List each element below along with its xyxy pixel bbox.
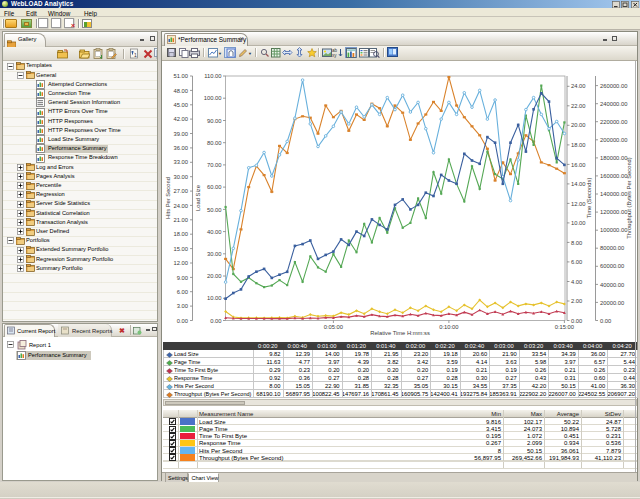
svg-text:260000.00: 260000.00: [600, 83, 627, 89]
svg-text:200000.00: 200000.00: [600, 137, 627, 143]
svg-text:16.00: 16.00: [571, 162, 586, 168]
svg-text:2.00: 2.00: [571, 298, 582, 304]
svg-text:10.00: 10.00: [571, 220, 586, 226]
svg-text:22.00: 22.00: [571, 103, 586, 109]
svg-text:20.00: 20.00: [207, 273, 222, 279]
svg-text:24.00: 24.00: [571, 83, 586, 89]
svg-text:40000.00: 40000.00: [600, 282, 624, 288]
svg-text:50.00: 50.00: [207, 207, 222, 213]
svg-text:12.00: 12.00: [173, 260, 188, 266]
svg-text:80.00: 80.00: [207, 140, 222, 146]
svg-text:42.00: 42.00: [173, 116, 188, 122]
svg-text:45.00: 45.00: [173, 102, 188, 108]
svg-text:0:10:00: 0:10:00: [439, 324, 458, 330]
svg-text:70.00: 70.00: [207, 162, 222, 168]
svg-text:20.00: 20.00: [571, 122, 586, 128]
svg-text:3.00: 3.00: [177, 303, 188, 309]
svg-text:18.00: 18.00: [571, 142, 586, 148]
svg-text:14.00: 14.00: [571, 181, 586, 187]
svg-text:8.00: 8.00: [571, 240, 582, 246]
svg-text:110.00: 110.00: [204, 73, 221, 79]
svg-text:40.00: 40.00: [207, 229, 222, 235]
svg-text:30.00: 30.00: [207, 251, 222, 257]
svg-text:39.00: 39.00: [173, 131, 188, 137]
svg-text:0:05:00: 0:05:00: [324, 324, 343, 330]
svg-text:220000.00: 220000.00: [600, 119, 627, 125]
svg-text:100.00: 100.00: [204, 95, 222, 101]
svg-text:Relative Time H:mm:ss: Relative Time H:mm:ss: [370, 330, 430, 336]
svg-text:0.00: 0.00: [177, 318, 188, 324]
svg-text:4.00: 4.00: [571, 279, 582, 285]
svg-text:33.00: 33.00: [173, 159, 188, 165]
svg-text:120000.00: 120000.00: [600, 209, 627, 215]
svg-text:60000.00: 60000.00: [600, 263, 624, 269]
svg-text:Load Size: Load Size: [195, 185, 201, 211]
svg-text:36.00: 36.00: [173, 145, 188, 151]
svg-text:240000.00: 240000.00: [600, 101, 627, 107]
svg-text:30.00: 30.00: [173, 174, 188, 180]
svg-text:0.00: 0.00: [571, 318, 582, 324]
svg-text:15.00: 15.00: [173, 246, 188, 252]
svg-text:xy: xy: [332, 53, 337, 58]
svg-text:Time (Seconds): Time (Seconds): [586, 178, 592, 219]
svg-text:100000.00: 100000.00: [600, 227, 627, 233]
svg-text:51.00: 51.00: [173, 73, 188, 79]
svg-text:24.00: 24.00: [173, 203, 188, 209]
svg-text:80000.00: 80000.00: [600, 245, 624, 251]
svg-text:18.00: 18.00: [173, 231, 188, 237]
svg-text:180000.00: 180000.00: [600, 155, 627, 161]
svg-text:0.00: 0.00: [210, 318, 221, 324]
svg-text:6.00: 6.00: [571, 259, 582, 265]
svg-text:160000.00: 160000.00: [600, 173, 627, 179]
svg-text:10.00: 10.00: [207, 295, 222, 301]
svg-text:0:15:00: 0:15:00: [555, 324, 574, 330]
svg-text:Hits Per Second: Hits Per Second: [165, 177, 171, 219]
svg-text:9.00: 9.00: [177, 275, 188, 281]
svg-text:20000.00: 20000.00: [600, 300, 624, 306]
svg-text:0.00: 0.00: [600, 318, 611, 324]
svg-text:Throughput (Bytes Per Second): Throughput (Bytes Per Second): [626, 157, 632, 239]
svg-text:60.00: 60.00: [207, 184, 222, 190]
svg-text:21.00: 21.00: [173, 217, 188, 223]
svg-text:27.00: 27.00: [173, 188, 188, 194]
svg-text:140000.00: 140000.00: [600, 191, 627, 197]
svg-text:48.00: 48.00: [173, 88, 188, 94]
svg-text:90.00: 90.00: [207, 118, 222, 124]
svg-text:12.00: 12.00: [571, 201, 586, 207]
svg-text:6.00: 6.00: [177, 289, 188, 295]
